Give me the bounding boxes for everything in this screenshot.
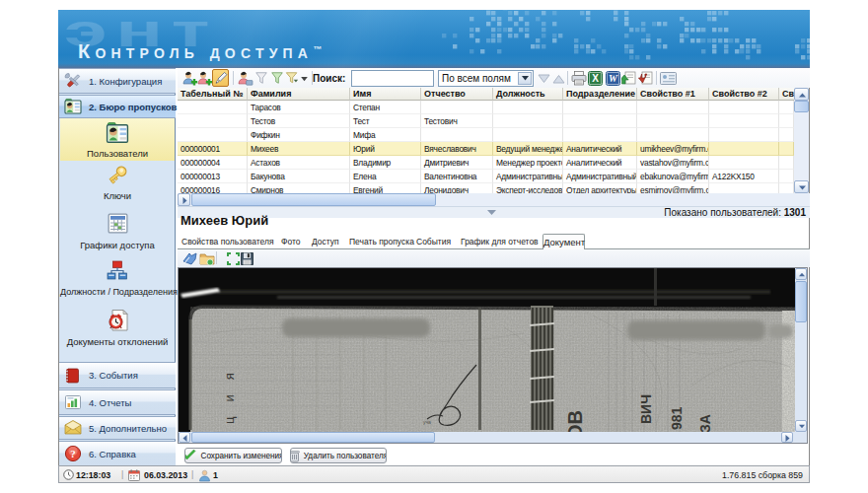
svg-text:X: X: [592, 73, 599, 84]
svg-text:ОВ: ОВ: [564, 410, 586, 432]
svg-text:ЗА: ЗА: [697, 414, 713, 432]
svg-text:ция: ция: [222, 358, 237, 424]
svg-text:W: W: [609, 73, 618, 84]
svg-text:?: ?: [70, 448, 76, 459]
svg-text:981: 981: [669, 406, 685, 430]
svg-text:ВИЧ: ВИЧ: [638, 394, 654, 424]
svg-text:уча: уча: [423, 419, 431, 425]
